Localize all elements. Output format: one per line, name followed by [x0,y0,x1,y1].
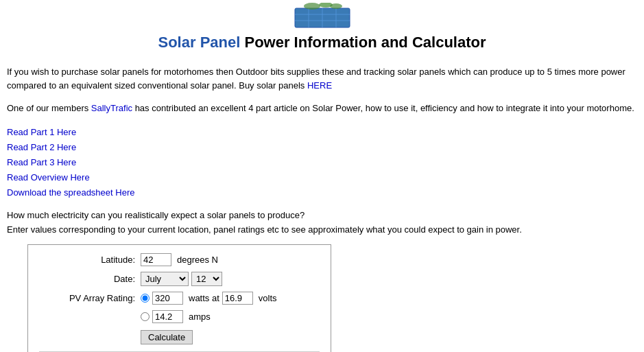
volts-input[interactable] [222,292,253,305]
amps-unit: amps [189,312,211,322]
latitude-row: Latitude: degrees N [39,253,320,266]
latitude-label: Latitude: [39,255,135,265]
title-rest: Power Information and Calculator [240,34,486,51]
member-text1: One of our members [7,103,91,113]
amps-input[interactable] [152,310,183,323]
link-spreadsheet[interactable]: Download the spreadsheet Here [7,185,637,200]
link-part1[interactable]: Read Part 1 Here [7,125,637,140]
pv-watts-row: PV Array Rating: watts at volts [39,292,320,305]
link-part3[interactable]: Read Part 3 Here [7,155,637,170]
date-row: Date: January February March April May J… [39,272,320,286]
solar-panel-icon [291,3,353,32]
date-label: Date: [39,274,135,284]
title-solar: Solar Panel [158,34,241,51]
month-select[interactable]: January February March April May June Ju… [141,272,189,286]
member-text2: has contributed an excellent 4 part arti… [132,103,634,113]
svg-point-8 [330,3,342,9]
intro-paragraph: If you wish to purchase solar panels for… [7,65,637,92]
watts-input[interactable] [152,292,183,305]
latitude-input[interactable] [141,253,171,266]
calculator-box: Latitude: degrees N Date: January Februa… [27,244,331,352]
link-overview[interactable]: Read Overview Here [7,170,637,185]
page-title: Solar Panel Power Information and Calcul… [7,34,637,51]
hour-select[interactable]: 1 2 3 4 5 6 7 8 9 10 11 12 [191,272,222,286]
pv-radio-amps[interactable] [141,312,150,321]
article-links: Read Part 1 Here Read Part 2 Here Read P… [7,125,637,200]
pv-radio-watts[interactable] [141,294,150,303]
solar-panel-icon-container [7,3,637,34]
calculate-button[interactable]: Calculate [141,330,193,344]
here-link[interactable]: HERE [307,80,332,91]
link-part2[interactable]: Read Part 2 Here [7,140,637,155]
member-link[interactable]: SallyTrafic [91,103,132,113]
volts-unit: volts [259,293,277,303]
question2: Enter values corresponding to your curre… [7,224,637,235]
svg-point-6 [304,3,320,10]
latitude-unit: degrees N [177,255,218,265]
pv-label: PV Array Rating: [39,293,135,303]
pv-amps-row: amps [39,310,320,323]
member-paragraph: One of our members SallyTrafic has contr… [7,102,637,115]
question1: How much electricity can you realistical… [7,210,637,220]
watts-unit: watts at [189,293,219,303]
